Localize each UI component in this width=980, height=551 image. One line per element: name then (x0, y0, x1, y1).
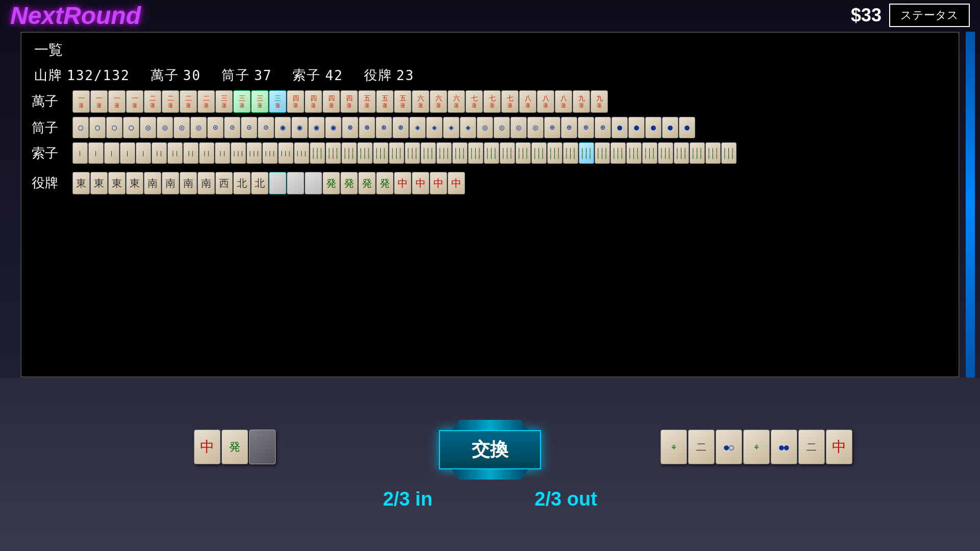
tile[interactable]: 六蓮 (430, 90, 447, 113)
tile[interactable]: ◎ (527, 117, 544, 138)
tile[interactable]: 四蓮 (340, 90, 358, 113)
tile[interactable]: 六蓮 (448, 90, 465, 113)
tile[interactable]: ● (611, 117, 628, 138)
tile[interactable]: |||||| (579, 142, 594, 164)
tile[interactable]: 発 (358, 172, 376, 194)
tile[interactable]: 六蓮 (412, 90, 429, 113)
tile[interactable]: 七蓮 (483, 90, 501, 113)
tile[interactable]: ● (662, 117, 678, 138)
tile[interactable]: 一蓮 (72, 90, 90, 113)
hand-tile-r6[interactable]: 二 (798, 430, 825, 464)
tile[interactable]: ⊕ (578, 117, 594, 138)
tile[interactable]: |||||| (626, 142, 642, 164)
tile[interactable] (287, 172, 304, 194)
tile[interactable]: |||||| (705, 142, 721, 164)
tile[interactable]: |||||| (516, 142, 531, 164)
tile[interactable]: 南 (162, 172, 179, 194)
tile[interactable]: 南 (180, 172, 197, 194)
tile[interactable]: |||||| (563, 142, 578, 164)
hand-tile-r3[interactable]: ●○ (716, 430, 742, 464)
tile[interactable]: ◉ (308, 117, 325, 138)
tile[interactable]: |||||| (674, 142, 689, 164)
hand-tile-r1[interactable]: ⚘ (660, 430, 687, 464)
tile[interactable]: |||||| (547, 142, 562, 164)
tile[interactable]: 発 (340, 172, 358, 194)
tile[interactable]: ◎ (190, 117, 207, 138)
hand-tile-hatsu[interactable]: 発 (222, 430, 248, 464)
tile[interactable] (305, 172, 322, 194)
tile[interactable]: ◎ (140, 117, 156, 138)
tile[interactable]: | (136, 142, 151, 164)
tile[interactable]: 東 (108, 172, 126, 194)
tile[interactable]: ◉ (325, 117, 341, 138)
tile[interactable]: 中 (430, 172, 447, 194)
tile[interactable]: | (88, 142, 104, 164)
tile[interactable]: ||| (231, 142, 246, 164)
tile[interactable]: 八蓮 (537, 90, 554, 113)
tile[interactable]: || (167, 142, 183, 164)
tile[interactable]: ◎ (174, 117, 190, 138)
tile[interactable]: |||||| (468, 142, 483, 164)
tile[interactable]: 北 (233, 172, 251, 194)
tile[interactable]: |||||| (658, 142, 673, 164)
tile[interactable]: 三蓮 (251, 90, 268, 113)
tile[interactable]: 二蓮 (198, 90, 215, 113)
tile[interactable]: ⊕ (595, 117, 611, 138)
tile[interactable]: ◈ (443, 117, 459, 138)
tile[interactable]: ||| (247, 142, 262, 164)
tile[interactable]: ◎ (477, 117, 493, 138)
tile[interactable]: 五蓮 (394, 90, 411, 113)
tile[interactable]: |||||| (310, 142, 325, 164)
tile[interactable]: 二蓮 (180, 90, 197, 113)
tile[interactable]: || (199, 142, 214, 164)
hand-tile-r2[interactable]: 二 (688, 430, 715, 464)
tile[interactable]: 九蓮 (591, 90, 608, 113)
tile[interactable]: 八蓮 (555, 90, 572, 113)
tile[interactable]: 七蓮 (501, 90, 519, 113)
tile[interactable]: ● (628, 117, 645, 138)
tile[interactable]: 中 (412, 172, 429, 194)
tile[interactable]: ○ (123, 117, 139, 138)
tile[interactable]: 三蓮 (269, 90, 286, 113)
exchange-button[interactable]: 交換 (439, 430, 541, 469)
tile[interactable]: 二蓮 (144, 90, 161, 113)
tile[interactable]: | (120, 142, 135, 164)
tile[interactable]: ⊕ (544, 117, 560, 138)
tile[interactable]: 東 (126, 172, 143, 194)
tile[interactable]: ⊛ (359, 117, 375, 138)
tile[interactable]: 東 (72, 172, 90, 194)
tile[interactable]: |||||| (642, 142, 657, 164)
tile[interactable]: |||||| (452, 142, 468, 164)
tile[interactable]: |||||| (484, 142, 499, 164)
status-button[interactable]: ステータス (889, 4, 970, 27)
hand-tile-r5[interactable]: ●● (771, 430, 797, 464)
tile[interactable]: ⊛ (342, 117, 358, 138)
tile[interactable]: 四蓮 (305, 90, 322, 113)
tile[interactable]: ● (645, 117, 662, 138)
tile[interactable]: 南 (144, 172, 161, 194)
tile[interactable]: || (215, 142, 230, 164)
tile[interactable]: |||||| (595, 142, 610, 164)
tile[interactable]: ◎ (494, 117, 510, 138)
tile[interactable]: |||||| (531, 142, 547, 164)
tile[interactable]: ◉ (291, 117, 308, 138)
tile[interactable]: ⊕ (561, 117, 577, 138)
tile[interactable]: || (152, 142, 167, 164)
tile[interactable]: 三蓮 (233, 90, 251, 113)
tile[interactable]: ||| (278, 142, 293, 164)
tile[interactable]: 九蓮 (573, 90, 590, 113)
tile[interactable]: |||||| (610, 142, 626, 164)
tile[interactable]: | (104, 142, 119, 164)
tile[interactable]: |||||| (690, 142, 705, 164)
tile[interactable]: ⊛ (393, 117, 409, 138)
tile[interactable]: 八蓮 (519, 90, 536, 113)
tile[interactable]: |||||| (373, 142, 388, 164)
tile[interactable]: |||||| (721, 142, 737, 164)
tile[interactable]: ⊙ (241, 117, 257, 138)
tile[interactable]: 一蓮 (126, 90, 143, 113)
tile[interactable]: |||||| (341, 142, 357, 164)
tile[interactable]: ◎ (510, 117, 527, 138)
tile[interactable]: ◈ (409, 117, 426, 138)
tile[interactable]: ⊙ (207, 117, 224, 138)
tile[interactable]: 北 (251, 172, 268, 194)
